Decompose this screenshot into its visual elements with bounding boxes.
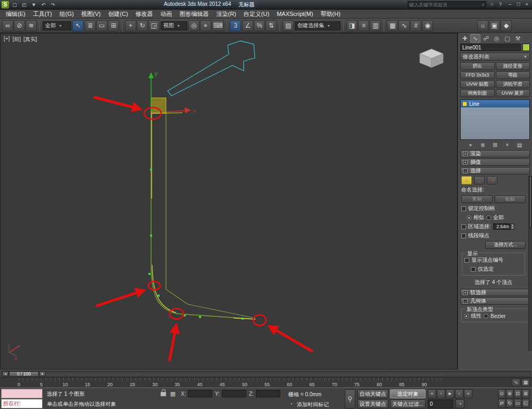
time-configuration-button[interactable]: ◔ [455, 399, 464, 408]
object-name-field[interactable]: Line001 [460, 44, 521, 51]
modifier-preset-button[interactable]: UVW 展开 [496, 89, 530, 97]
quick-access-button[interactable]: ▼ [29, 1, 38, 9]
search-input[interactable] [409, 2, 482, 7]
stack-tool-button[interactable]: ▤ [516, 141, 524, 148]
time-slider-track[interactable]: ◄ 0 / 100 ► [1, 371, 531, 377]
next-frame-arrow[interactable]: ► [39, 371, 46, 377]
stack-tool-button[interactable]: ≣ [479, 141, 487, 148]
reference-coordinate-dropdown[interactable]: 视图 ▼ [161, 21, 187, 30]
area-selection-checkbox[interactable] [461, 224, 466, 229]
panel-tab[interactable]: ✚ [460, 34, 470, 43]
paste-button[interactable]: 粘贴 [495, 195, 526, 203]
absolute-mode-icon[interactable]: ▦ [169, 390, 177, 397]
nav-button[interactable]: ⊡ [514, 389, 521, 398]
window-control-button[interactable]: □ [514, 1, 522, 8]
modifier-preset-button[interactable]: 弯曲 [496, 71, 530, 79]
toolbar-button[interactable]: ⊘ [14, 20, 25, 31]
menu-item[interactable]: 图形编辑器 [176, 10, 213, 18]
set-keys-button[interactable]: ⚲ [345, 389, 355, 408]
toolbar-button[interactable]: 3 [230, 20, 241, 31]
toolbar-button[interactable]: # [410, 20, 421, 31]
lock-handles-checkbox[interactable] [461, 206, 466, 211]
toolbar-button[interactable]: ◲ [148, 20, 160, 31]
toolbar-button[interactable]: ☼ [477, 20, 488, 31]
front-viewport[interactable]: [+] [前] [真实] [0, 33, 458, 370]
maxscript-mini-listener[interactable] [1, 389, 43, 398]
nav-button[interactable]: ▭ [514, 399, 521, 408]
bezier-vertex-radio[interactable] [484, 314, 488, 319]
search-icon[interactable]: ⌕ [482, 2, 485, 7]
named-selection-sets-dropdown[interactable]: 创建选择集 ▼ [295, 21, 340, 30]
nav-button[interactable]: ⇄ [498, 399, 505, 408]
toolbar-button[interactable]: ▥ [370, 20, 381, 31]
toolbar-button[interactable]: ◆ [501, 20, 512, 31]
window-control-button[interactable]: – [506, 1, 514, 8]
viewcube[interactable] [420, 49, 443, 68]
toolbar-button[interactable]: ◉ [422, 20, 433, 31]
time-slider-handle[interactable]: 0 / 100 [9, 371, 39, 377]
x-coordinate-field[interactable] [188, 390, 212, 397]
modifier-stack[interactable]: Line [460, 99, 530, 140]
panel-tab[interactable]: ☍ [481, 34, 491, 43]
area-threshold-value[interactable]: 2.54m [493, 223, 510, 230]
viewport-shading-menu[interactable]: [真实] [23, 36, 37, 43]
selection-filter-dropdown[interactable]: 全部 ▼ [43, 21, 71, 30]
track-bar[interactable]: 051015202530354045505560657075808590 ∿▦ [0, 377, 532, 388]
track-bar-tool-button[interactable]: ∿ [512, 379, 520, 387]
modifier-preset-button[interactable]: UVW 贴图 [460, 80, 495, 88]
playback-button[interactable]: › [455, 389, 463, 398]
toolbar-button[interactable]: ▣ [489, 20, 500, 31]
toolbar-button[interactable]: ∠ [242, 20, 253, 31]
menu-item[interactable]: 自定义(U) [240, 10, 273, 18]
key-filters-button[interactable]: 关键点过滤... [390, 399, 426, 408]
toolbar-button[interactable]: ◨ [346, 20, 358, 31]
toolbar-button[interactable]: ≋ [26, 20, 37, 31]
viewport-pov-menu[interactable]: [前] [12, 36, 21, 43]
toolbar-button[interactable]: ⊞ [108, 20, 119, 31]
track-bar-tool-button[interactable]: ▦ [521, 379, 530, 387]
panel-tab[interactable]: ◎ [492, 34, 502, 43]
toolbar-button[interactable]: ◎ [188, 20, 200, 31]
playback-button[interactable]: « [428, 389, 436, 398]
object-color-swatch[interactable] [522, 44, 530, 51]
toolbar-button[interactable]: ▦ [387, 20, 398, 31]
menu-item[interactable]: 组(G) [56, 10, 78, 18]
stack-entry-line[interactable]: Line [461, 100, 529, 107]
playback-button[interactable]: ► [446, 389, 454, 398]
menu-item[interactable]: 工具(T) [29, 10, 56, 18]
show-vertex-numbers-checkbox[interactable] [464, 258, 469, 263]
viewport-general-menu[interactable]: [+] [4, 36, 10, 43]
window-control-button[interactable]: × [523, 1, 531, 8]
scrollbar-thumb[interactable] [529, 176, 531, 227]
menu-item[interactable]: 编辑(E) [2, 10, 29, 18]
nav-button[interactable]: ↻ [506, 399, 513, 408]
panel-tab[interactable]: ∿ [470, 34, 480, 43]
infocenter-button[interactable]: ☆ [488, 1, 496, 8]
quick-access-button[interactable]: ◰ [20, 1, 29, 9]
toolbar-button[interactable]: ↻ [137, 20, 148, 31]
selected-only-checkbox[interactable] [471, 267, 476, 272]
toolbar-button[interactable]: ⌨ [212, 20, 224, 31]
stack-tool-button[interactable]: ⌖ [467, 141, 475, 148]
app-logo-icon[interactable]: S [2, 1, 9, 9]
linear-vertex-radio[interactable] [464, 314, 469, 319]
menu-item[interactable]: 动画 [157, 10, 176, 18]
toolbar-button[interactable]: ⇅ [265, 20, 277, 31]
stack-tool-button[interactable]: ⊞ [491, 141, 500, 148]
quick-access-button[interactable]: ↶ [39, 1, 48, 9]
rollout-geometry[interactable]: - 几何体 [460, 297, 530, 305]
subobject-button[interactable]: ∴ [461, 176, 472, 185]
menu-item[interactable]: 帮助(H) [317, 10, 344, 18]
copy-button[interactable]: 复制 [461, 195, 493, 203]
maxscript-listener-line[interactable]: 所在行: [1, 399, 43, 408]
y-coordinate-field[interactable] [222, 390, 246, 397]
quick-access-button[interactable]: ↷ [48, 1, 57, 9]
selected-object-dropdown[interactable]: 选定对象 [390, 389, 426, 398]
rollout-soft-selection[interactable]: + 软选择 [460, 289, 530, 296]
subobject-button[interactable]: ◡ [474, 176, 485, 185]
panel-tab[interactable]: ⚒ [513, 34, 523, 43]
menu-item[interactable]: MAXScript(M) [273, 10, 317, 18]
menu-item[interactable]: 渲染(R) [213, 10, 240, 18]
alike-radio[interactable] [467, 215, 471, 220]
toolbar-button[interactable]: ∞ [2, 20, 13, 31]
